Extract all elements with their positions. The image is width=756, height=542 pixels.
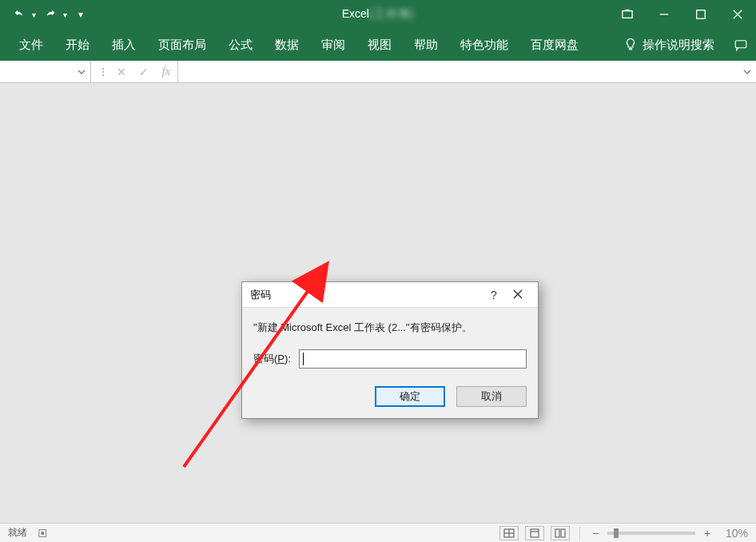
formula-bar: ✕ ✓ fx: [0, 61, 756, 83]
tell-me-search[interactable]: 操作说明搜索: [643, 38, 714, 53]
macro-record-icon[interactable]: [38, 528, 50, 538]
dialog-titlebar[interactable]: 密码 ?: [242, 282, 538, 308]
svg-rect-18: [561, 529, 565, 537]
tab-file[interactable]: 文件: [8, 29, 54, 61]
tab-insert[interactable]: 插入: [101, 29, 147, 61]
redo-button[interactable]: [39, 3, 62, 26]
ok-button[interactable]: 确定: [375, 386, 445, 407]
ribbon-tabs: 文件 开始 插入 页面布局 公式 数据 审阅 视图 帮助 特色功能 百度网盘 操…: [0, 29, 756, 61]
undo-button[interactable]: [8, 3, 30, 26]
ribbon-right: 操作说明搜索: [623, 38, 748, 53]
formula-input[interactable]: [177, 61, 756, 82]
minimize-button[interactable]: [646, 0, 682, 29]
svg-rect-15: [531, 529, 539, 537]
tab-formulas[interactable]: 公式: [217, 29, 264, 61]
cancel-formula-button[interactable]: ✕: [110, 66, 133, 78]
close-button[interactable]: [719, 0, 756, 29]
dialog-message: "新建 Microsoft Excel 工作表 (2..."有密码保护。: [253, 321, 527, 335]
page-layout-view-button[interactable]: [525, 526, 544, 540]
status-right: − + 10%: [499, 526, 748, 540]
comments-icon[interactable]: [734, 38, 748, 52]
lightbulb-icon: [623, 38, 638, 52]
tab-baidu-netdisk[interactable]: 百度网盘: [519, 29, 590, 61]
maximize-button[interactable]: [682, 0, 719, 29]
quick-access-toolbar: ▾ ▾ ▾: [0, 3, 83, 26]
dialog-close-button[interactable]: [506, 289, 530, 301]
app-title-blur: (工作簿): [369, 7, 414, 20]
svg-rect-11: [42, 532, 45, 535]
window-controls: [609, 0, 756, 29]
svg-rect-1: [625, 10, 629, 11]
dialog-body: "新建 Microsoft Excel 工作表 (2..."有密码保护。 密码(…: [242, 308, 538, 418]
status-bar: 就绪 − + 10%: [0, 523, 756, 542]
app-title-text: Excel: [342, 7, 369, 20]
password-label: 密码(P):: [253, 352, 291, 366]
formula-bar-grip[interactable]: [96, 68, 110, 76]
password-input[interactable]: [299, 349, 527, 369]
status-ready: 就绪: [8, 526, 27, 540]
enter-formula-button[interactable]: ✓: [133, 66, 155, 78]
zoom-thumb[interactable]: [614, 528, 619, 538]
dialog-help-button[interactable]: ?: [482, 289, 506, 301]
workspace: 密码 ? "新建 Microsoft Excel 工作表 (2..."有密码保护…: [0, 83, 756, 523]
password-dialog: 密码 ? "新建 Microsoft Excel 工作表 (2..."有密码保护…: [241, 281, 539, 419]
tab-home[interactable]: 开始: [54, 29, 101, 61]
tab-data[interactable]: 数据: [264, 29, 310, 61]
zoom-in-button[interactable]: +: [702, 527, 713, 540]
zoom-percent[interactable]: 10%: [726, 527, 748, 540]
redo-dropdown-icon[interactable]: ▾: [63, 10, 67, 19]
separator: [579, 527, 580, 540]
chevron-down-icon: [743, 68, 751, 76]
zoom-slider[interactable]: [607, 532, 695, 535]
tab-help[interactable]: 帮助: [403, 29, 449, 61]
tab-review[interactable]: 审阅: [310, 29, 356, 61]
normal-view-button[interactable]: [499, 526, 519, 540]
qat-customize-icon[interactable]: ▾: [78, 9, 83, 20]
dialog-buttons: 确定 取消: [253, 386, 527, 407]
name-box[interactable]: [0, 61, 91, 82]
cancel-button[interactable]: 取消: [456, 386, 527, 407]
tab-page-layout[interactable]: 页面布局: [147, 29, 217, 61]
svg-rect-0: [623, 11, 632, 18]
page-break-view-button[interactable]: [551, 526, 570, 540]
tab-view[interactable]: 视图: [356, 29, 403, 61]
dialog-title: 密码: [250, 288, 271, 302]
text-caret: [303, 353, 304, 365]
chevron-down-icon: [78, 68, 86, 76]
undo-dropdown-icon[interactable]: ▾: [32, 10, 36, 19]
title-bar: ▾ ▾ ▾ Excel(工作簿): [0, 0, 756, 29]
password-row: 密码(P):: [253, 349, 527, 369]
zoom-out-button[interactable]: −: [590, 527, 601, 540]
svg-rect-3: [697, 10, 706, 19]
svg-rect-6: [735, 41, 746, 48]
insert-function-button[interactable]: fx: [155, 65, 177, 78]
svg-rect-17: [555, 529, 559, 537]
status-left: 就绪: [8, 526, 50, 540]
tab-features[interactable]: 特色功能: [449, 29, 519, 61]
ribbon-display-button[interactable]: [609, 0, 646, 29]
